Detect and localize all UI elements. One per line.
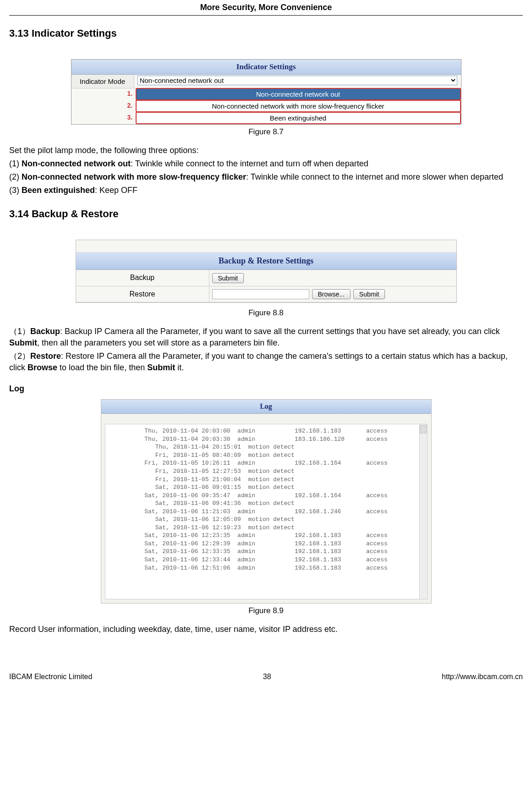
dropdown-options: 1. Non-connected network out 2. Non-conn… [136,88,461,124]
option-1-desc: (1) Non-connected network out: Twinkle w… [9,158,523,170]
opt-text-3: Been extinguished [270,114,326,122]
opt-num-1: 1. [127,89,133,99]
footer-page-num: 38 [263,672,271,682]
indicator-mode-label: Indicator Mode [71,75,134,88]
option-2-desc: (2) Non-connected network with more slow… [9,171,523,183]
dropdown-option-3[interactable]: 3. Been extinguished [136,112,461,124]
opt-num-2: 2. [127,101,133,110]
dropdown-option-1[interactable]: 1. Non-connected network out [136,88,461,100]
log-content: Thu, 2010-11-04 20:03:00 admin 192.168.1… [108,427,424,572]
footer-url: http://www.ibcam.com.cn [442,672,523,682]
figure-caption-89: Figure 8.9 [9,605,523,616]
figure-caption-88: Figure 8.8 [9,307,523,318]
scrollbar-track[interactable] [419,424,427,598]
figure-caption-87: Figure 8.7 [9,126,523,137]
restore-file-input[interactable] [212,289,309,299]
restore-label: Restore [76,286,209,302]
footer-company: IBCAM Electronic Limited [9,672,92,682]
restore-submit-button[interactable]: Submit [353,289,385,299]
section-heading-313: 3.13 Indicator Settings [9,27,523,41]
opt-num-3: 3. [127,113,133,122]
backup-label: Backup [76,270,209,285]
section-heading-314: 3.14 Backup & Restore [9,207,523,221]
log-heading: Log [9,383,523,395]
dropdown-option-2[interactable]: 2. Non-connected network with more slow-… [136,100,461,112]
option-3-desc: (3) Been extinguished: Keep OFF [9,185,523,196]
figure-89: Log Thu, 2010-11-04 20:03:00 admin 192.1… [101,399,432,603]
indicator-mode-select[interactable]: Non-connected network out [137,76,458,85]
log-title: Log [101,400,431,414]
backup-desc: （1）Backup: Backup IP Camera all the Para… [9,326,523,349]
backup-submit-button[interactable]: Submit [212,273,244,283]
log-textarea[interactable]: Thu, 2010-11-04 20:03:00 admin 192.168.1… [105,424,428,599]
indicator-title: Indicator Settings [71,60,461,75]
figure-88: Backup & Restore Settings Backup Submit … [76,240,457,303]
restore-desc: （2）Restore: Restore IP Camera all the Pa… [9,351,523,373]
log-description: Record User information, including weekd… [9,624,523,635]
page-footer: IBCAM Electronic Limited 38 http://www.i… [9,672,523,691]
opt-text-2: Non-connected network with more slow-fre… [212,102,384,110]
backup-restore-title: Backup & Restore Settings [76,252,456,270]
restore-browse-button[interactable]: Browse... [312,289,351,299]
page-header: More Security, More Convenience [9,0,523,16]
figure-87: Indicator Settings Indicator Mode Non-co… [71,59,461,125]
options-intro: Set the pilot lamp mode, the following t… [9,145,523,156]
opt-text-1: Non-connected network out [256,90,340,98]
scrollbar-thumb[interactable] [420,425,427,433]
